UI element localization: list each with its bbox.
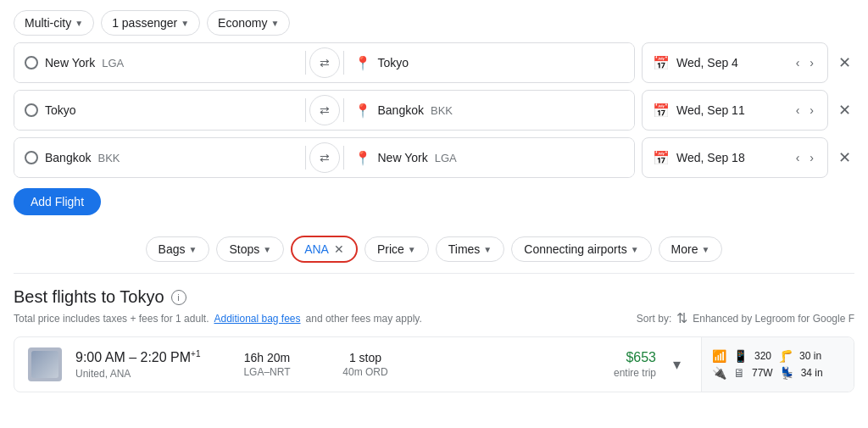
meta-text2: and other fees may apply. <box>306 313 422 325</box>
date-prev-1[interactable]: ‹ <box>793 54 804 71</box>
trip-type-label: Multi-city <box>25 16 71 30</box>
origin-dest-3: Bangkok BKK ⇄ 📍 New York LGA <box>14 137 635 178</box>
origin-name-1: New York <box>45 56 95 69</box>
swap-btn-2[interactable]: ⇄ <box>309 95 340 125</box>
flight-price: $653 entire trip <box>571 350 656 379</box>
section-title-text: Best flights to Tokyo <box>14 287 164 307</box>
date-text-3: Wed, Sep 18 <box>676 151 786 164</box>
origin-field-1[interactable]: New York LGA <box>14 43 305 82</box>
bags-filter[interactable]: Bags ▼ <box>146 236 210 262</box>
filter-bar: Bags ▼ Stops ▼ ANA ✕ Price ▼ Times ▼ Con… <box>0 225 868 273</box>
enhanced-by: Enhanced by Legroom for Google F <box>693 313 854 325</box>
class-label: Economy <box>218 16 267 30</box>
origin-code-3: BKK <box>97 152 120 164</box>
legroom-value: 30 in <box>799 350 821 362</box>
swap-btn-1[interactable]: ⇄ <box>309 47 340 78</box>
route-text: LGA–NRT <box>225 366 309 378</box>
time-range-text: 9:00 AM – 2:20 PM <box>75 351 191 365</box>
add-flight-button[interactable]: Add Flight <box>14 188 101 215</box>
origin-dot-2 <box>25 103 38 117</box>
calendar-icon-1: 📅 <box>653 55 670 71</box>
date-text-2: Wed, Sep 11 <box>676 103 786 117</box>
info-icon[interactable]: i <box>171 290 186 305</box>
trip-type-chevron: ▼ <box>75 19 83 28</box>
stops-label: Stops <box>229 242 259 256</box>
dest-field-1[interactable]: 📍 Tokyo <box>344 43 635 82</box>
power-value: 77W <box>752 367 773 379</box>
swap-btn-3[interactable]: ⇄ <box>309 142 340 173</box>
seat-count: 320 <box>754 350 771 362</box>
dest-name-2: Bangkok <box>378 103 424 117</box>
airline-filter[interactable]: ANA ✕ <box>291 236 358 263</box>
seat-width: 34 in <box>801 367 823 379</box>
amenity-power: 🔌 🖥 77W 💺 34 in <box>712 366 843 380</box>
times-filter[interactable]: Times ▼ <box>436 236 505 262</box>
flight-duration: 16h 20m LGA–NRT <box>225 351 309 378</box>
expand-button[interactable]: ▾ <box>670 352 684 377</box>
origin-field-2[interactable]: Tokyo <box>14 91 305 130</box>
date-field-2[interactable]: 📅 Wed, Sep 11 ‹ › <box>642 90 828 131</box>
more-filter[interactable]: More ▼ <box>659 236 723 262</box>
more-label: More <box>671 242 698 256</box>
connecting-airports-filter[interactable]: Connecting airports ▼ <box>511 236 651 262</box>
date-next-1[interactable]: › <box>806 54 817 71</box>
passengers-selector[interactable]: 1 passenger ▼ <box>101 10 200 36</box>
date-field-3[interactable]: 📅 Wed, Sep 18 ‹ › <box>642 137 828 178</box>
time-range: 9:00 AM – 2:20 PM+1 <box>75 349 211 365</box>
flights-form: New York LGA ⇄ 📍 Tokyo 📅 Wed, Sep 4 ‹ › … <box>0 42 868 225</box>
date-next-2[interactable]: › <box>806 102 817 119</box>
date-text-1: Wed, Sep 4 <box>676 56 786 69</box>
stops-chevron: ▼ <box>263 245 271 254</box>
sort-icon[interactable]: ⇅ <box>676 310 687 326</box>
flight-stops: 1 stop 40m ORD <box>323 351 408 378</box>
dest-field-2[interactable]: 📍 Bangkok BKK <box>344 91 635 130</box>
airline-close-icon[interactable]: ✕ <box>334 242 344 256</box>
origin-field-3[interactable]: Bangkok BKK <box>14 138 305 177</box>
layover-text: 40m ORD <box>323 366 408 378</box>
connecting-airports-label: Connecting airports <box>524 242 626 256</box>
origin-dest-1: New York LGA ⇄ 📍 Tokyo <box>14 42 635 83</box>
class-selector[interactable]: Economy ▼ <box>207 10 290 36</box>
price-filter[interactable]: Price ▼ <box>364 236 429 262</box>
remove-flight-2[interactable]: ✕ <box>835 97 854 123</box>
dest-name-3: New York <box>378 151 428 164</box>
airline-label: ANA <box>304 242 329 256</box>
divider-vert-3 <box>305 146 306 170</box>
stops-filter[interactable]: Stops ▼ <box>216 236 284 262</box>
bag-fees-link[interactable]: Additional bag fees <box>214 313 300 325</box>
remove-flight-1[interactable]: ✕ <box>835 50 854 75</box>
seat-icon: 💺 <box>780 366 794 380</box>
dest-code-3: LGA <box>435 152 457 164</box>
stops-text: 1 stop <box>323 351 408 364</box>
date-next-3[interactable]: › <box>806 149 817 166</box>
more-chevron: ▼ <box>701 245 709 254</box>
dest-name-1: Tokyo <box>378 56 409 69</box>
bags-label: Bags <box>159 242 186 256</box>
connecting-airports-chevron: ▼ <box>631 245 639 254</box>
flight-row-1: New York LGA ⇄ 📍 Tokyo 📅 Wed, Sep 4 ‹ › … <box>14 42 854 83</box>
price-sub: entire trip <box>571 367 656 379</box>
section-title: Best flights to Tokyo i <box>14 287 854 307</box>
date-prev-2[interactable]: ‹ <box>793 102 804 119</box>
price-text: $653 <box>571 350 656 365</box>
duration-text: 16h 20m <box>225 351 309 364</box>
flight-row-2: Tokyo ⇄ 📍 Bangkok BKK 📅 Wed, Sep 11 ‹ › … <box>14 90 854 131</box>
flight-times: 9:00 AM – 2:20 PM+1 United, ANA <box>75 349 211 379</box>
divider-vert-2 <box>305 98 306 122</box>
airline-name: United, ANA <box>75 368 211 380</box>
divider-vert-1 <box>305 51 306 75</box>
sort-by-label: Sort by: <box>637 313 671 325</box>
class-chevron: ▼ <box>270 19 279 28</box>
bags-chevron: ▼ <box>189 245 198 254</box>
calendar-icon-3: 📅 <box>653 150 670 166</box>
date-field-1[interactable]: 📅 Wed, Sep 4 ‹ › <box>642 42 828 83</box>
date-prev-3[interactable]: ‹ <box>793 149 804 166</box>
airline-logo <box>28 347 62 381</box>
remove-flight-3[interactable]: ✕ <box>835 145 854 170</box>
passengers-label: 1 passenger <box>112 16 177 30</box>
dest-field-3[interactable]: 📍 New York LGA <box>344 138 635 177</box>
meta-text: Total price includes taxes + fees for 1 … <box>14 313 209 325</box>
origin-name-3: Bangkok <box>45 151 91 164</box>
date-nav-2: ‹ › <box>793 102 817 119</box>
trip-type-selector[interactable]: Multi-city ▼ <box>14 10 94 36</box>
